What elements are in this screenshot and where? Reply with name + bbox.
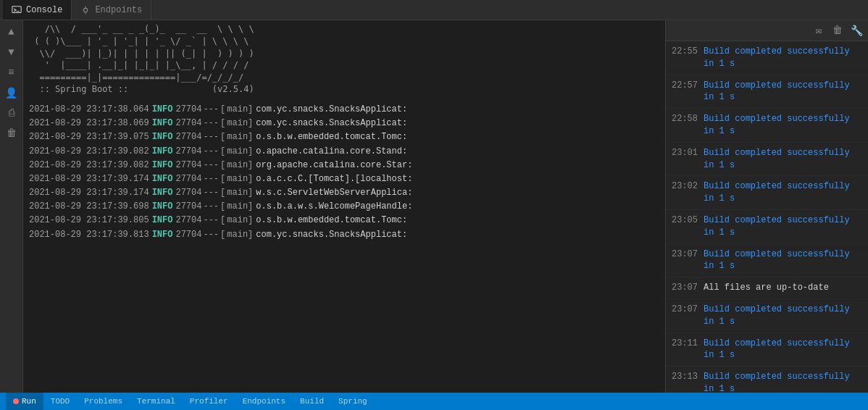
log-class: com.yc.snacks.SnacksApplicat:	[256, 228, 407, 242]
log-date: 2021-08-29 23:17:38.069	[29, 117, 149, 130]
build-history-item[interactable]: 22:58 Build completed successfully in 1 …	[666, 109, 868, 143]
build-description: Build completed successfully in 1 s	[704, 338, 862, 362]
log-line: 2021-08-29 23:17:39.805 INFO 27704 --- […	[29, 214, 659, 227]
log-date: 2021-08-29 23:17:39.075	[29, 130, 149, 144]
build-history-item[interactable]: 23:07 Build completed successfully in 1 …	[666, 244, 868, 278]
build-time: 23:07	[672, 249, 698, 259]
bottom-tab-profiler[interactable]: Profiler	[183, 393, 235, 410]
log-level: INFO	[152, 200, 173, 214]
build-history-list[interactable]: 22:55 Build completed successfully in 1 …	[666, 41, 868, 393]
log-bracket: [	[220, 159, 225, 172]
log-class: o.s.b.w.embedded.tomcat.Tomc:	[256, 214, 407, 227]
clear-button[interactable]: 🗑	[3, 125, 20, 142]
build-history-item[interactable]: 23:11 Build completed successfully in 1 …	[666, 333, 868, 367]
build-history-item[interactable]: 23:01 Build completed successfully in 1 …	[666, 143, 868, 177]
tab-console-label: Console	[26, 5, 62, 15]
log-sep: ---	[203, 228, 219, 242]
log-date: 2021-08-29 23:17:38.064	[29, 103, 149, 117]
log-level: INFO	[152, 186, 173, 200]
log-thread: main]	[227, 130, 253, 144]
log-bracket: [	[220, 172, 225, 186]
console-output[interactable]: /\\ / ___'_ __ _ _(_)_ __ __ \ \ \ \ ( (…	[23, 20, 665, 393]
build-description: Build completed successfully in 1 s	[704, 304, 862, 328]
build-history-item[interactable]: 23:02 Build completed successfully in 1 …	[666, 176, 868, 210]
build-time: 23:13	[672, 372, 698, 382]
scroll-down-button[interactable]: ▼	[3, 43, 20, 61]
bottom-status-bar: RunTODOProblemsTerminalProfilerEndpoints…	[0, 393, 868, 410]
build-description: Build completed successfully in 1 s	[704, 113, 862, 138]
log-sep: ---	[203, 200, 219, 214]
top-tab-bar: Console Endpoints	[0, 0, 868, 20]
log-sep: ---	[203, 172, 219, 186]
log-class: o.s.b.w.embedded.tomcat.Tomc:	[256, 130, 407, 144]
endpoint-icon	[80, 5, 91, 15]
bottom-tab-label: Endpoints	[243, 397, 285, 406]
log-class: o.s.b.a.w.s.WelcomePageHandle:	[256, 200, 412, 214]
log-level: INFO	[152, 228, 173, 242]
build-description: Build completed successfully in 1 s	[704, 248, 862, 273]
build-time: 23:07	[672, 304, 698, 314]
bottom-tab-build[interactable]: Build	[293, 393, 331, 410]
log-line: 2021-08-29 23:17:39.174 INFO 27704 --- […	[29, 186, 659, 200]
log-pid: 27704	[175, 228, 201, 242]
log-pid: 27704	[175, 214, 201, 227]
email-icon[interactable]: ✉	[811, 23, 826, 38]
build-history-item[interactable]: 23:13 Build completed successfully in 1 …	[666, 367, 868, 393]
filter-button[interactable]: 👤	[3, 84, 20, 101]
log-bracket: [	[220, 145, 225, 159]
log-pid: 27704	[175, 159, 201, 172]
build-history-item[interactable]: 23:07 All files are up-to-date	[666, 277, 868, 299]
log-thread: main]	[227, 117, 253, 130]
log-level: INFO	[152, 214, 173, 227]
log-class: o.apache.catalina.core.Stand:	[256, 145, 407, 159]
build-history-item[interactable]: 22:55 Build completed successfully in 1 …	[666, 41, 868, 75]
bottom-tab-terminal[interactable]: Terminal	[130, 393, 183, 410]
build-description: Build completed successfully in 1 s	[704, 371, 862, 393]
log-line: 2021-08-29 23:17:39.698 INFO 27704 --- […	[29, 200, 659, 214]
log-thread: main]	[227, 214, 253, 227]
bottom-tab-endpoints[interactable]: Endpoints	[235, 393, 293, 410]
build-description: Build completed successfully in 1 s	[704, 46, 862, 70]
log-thread: main]	[227, 200, 253, 214]
log-date: 2021-08-29 23:17:39.082	[29, 159, 149, 172]
right-build-panel: ✉ 🗑 🔧 22:55 Build completed successfully…	[665, 20, 868, 393]
log-line: 2021-08-29 23:17:39.813 INFO 27704 --- […	[29, 228, 659, 242]
log-line: 2021-08-29 23:17:39.082 INFO 27704 --- […	[29, 159, 659, 172]
soft-wrap-button[interactable]: ≡	[3, 64, 20, 81]
left-toolbar: ▲ ▼ ≡ 👤 ⎙ 🗑	[0, 20, 23, 393]
log-sep: ---	[203, 103, 219, 117]
log-pid: 27704	[175, 103, 201, 117]
build-history-item[interactable]: 23:05 Build completed successfully in 1 …	[666, 210, 868, 244]
log-pid: 27704	[175, 172, 201, 186]
log-bracket: [	[220, 200, 225, 214]
log-sep: ---	[203, 145, 219, 159]
tab-endpoints[interactable]: Endpoints	[72, 0, 151, 20]
build-time: 23:07	[672, 283, 698, 293]
bottom-tab-spring[interactable]: Spring	[331, 393, 375, 410]
log-class: com.yc.snacks.SnacksApplicat:	[256, 117, 407, 130]
scroll-up-button[interactable]: ▲	[3, 23, 20, 41]
build-time: 22:58	[672, 114, 698, 124]
log-thread: main]	[227, 145, 253, 159]
log-date: 2021-08-29 23:17:39.698	[29, 200, 149, 214]
wrench-icon[interactable]: 🔧	[849, 23, 864, 38]
bottom-tab-todo[interactable]: TODO	[43, 393, 77, 410]
log-line: 2021-08-29 23:17:38.064 INFO 27704 --- […	[29, 103, 659, 117]
bottom-tab-label: Run	[22, 397, 36, 406]
build-time: 22:57	[672, 80, 698, 91]
log-level: INFO	[152, 117, 173, 130]
bottom-tab-label: Problems	[84, 397, 122, 406]
tab-console[interactable]: Console	[3, 0, 72, 20]
build-history-item[interactable]: 23:07 Build completed successfully in 1 …	[666, 299, 868, 333]
build-description: Build completed successfully in 1 s	[704, 80, 862, 104]
build-history-item[interactable]: 22:57 Build completed successfully in 1 …	[666, 75, 868, 109]
terminal-icon	[12, 5, 22, 15]
build-time: 23:02	[672, 181, 698, 191]
print-button[interactable]: ⎙	[3, 104, 20, 122]
log-pid: 27704	[175, 130, 201, 144]
log-pid: 27704	[175, 186, 201, 200]
bottom-tab-problems[interactable]: Problems	[77, 393, 130, 410]
delete-icon[interactable]: 🗑	[830, 23, 845, 38]
log-sep: ---	[203, 186, 219, 200]
bottom-tab-run[interactable]: Run	[6, 393, 43, 410]
